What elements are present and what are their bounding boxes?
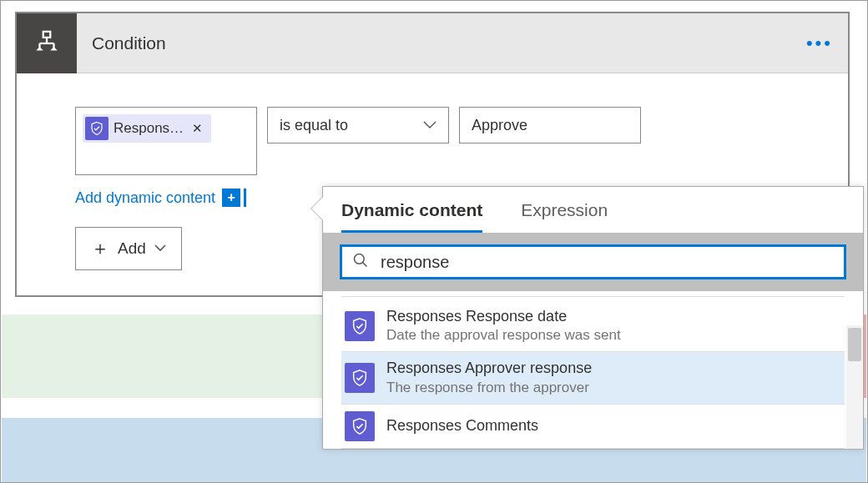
search-icon [352,252,369,272]
right-operand-field[interactable] [459,107,641,143]
card-header[interactable]: Condition ••• [17,13,848,73]
add-row-button[interactable]: ＋ Add [75,227,182,270]
card-title: Condition [92,33,166,53]
svg-rect-0 [43,31,51,37]
result-text: Responses Response date Date the approva… [386,307,621,345]
scrollbar-thumb[interactable] [848,328,861,361]
scrollbar[interactable] [846,325,863,449]
result-text: Responses Comments [386,416,538,435]
result-title: Responses Approver response [386,359,592,378]
chevron-down-icon [154,242,166,255]
left-operand-wrap: Respons… ✕ Add dynamic content + ＋ Add [75,107,257,270]
approval-icon [345,411,375,441]
result-item[interactable]: Responses Approver response The response… [341,352,845,404]
text-cursor [244,189,246,207]
close-icon[interactable]: ✕ [189,121,206,136]
add-button-label: Add [118,239,146,258]
result-item[interactable]: Responses Response date Date the approva… [341,300,845,352]
dynamic-content-flyout: Dynamic content Expression Resp [322,186,864,450]
result-title: Responses Comments [386,416,538,435]
result-desc: The response from the approver [386,379,592,397]
result-title: Responses Response date [386,307,621,326]
operator-select[interactable]: is equal to [267,107,449,143]
token-label: Respons… [114,120,184,137]
flyout-arrow [311,197,323,220]
add-dynamic-content-link[interactable]: Add dynamic content [75,189,215,207]
search-bar-wrap [323,233,863,291]
svg-point-1 [355,254,365,264]
search-bar[interactable] [340,244,846,279]
add-dynamic-content-row: Add dynamic content + [75,189,257,207]
approval-icon [85,117,108,140]
flyout-tabs: Dynamic content Expression [323,187,863,233]
dynamic-token-chip[interactable]: Respons… ✕ [83,114,211,143]
approval-icon [345,311,375,341]
operator-value: is equal to [280,117,348,134]
tab-expression[interactable]: Expression [521,200,608,233]
result-desc: Date the approval response was sent [386,326,621,345]
plus-icon[interactable]: + [222,189,240,207]
plus-icon: ＋ [91,236,109,261]
left-operand-field[interactable]: Respons… ✕ [75,107,257,175]
chevron-down-icon [423,118,437,132]
result-text: Responses Approver response The response… [386,359,592,396]
approval-icon [345,363,375,393]
search-input[interactable] [381,253,834,272]
tab-dynamic-content[interactable]: Dynamic content [341,200,482,233]
condition-icon [17,13,77,73]
result-item[interactable]: Responses Comments [341,405,845,449]
more-icon[interactable]: ••• [806,33,833,54]
results-list: Responses Response date Date the approva… [323,291,863,449]
